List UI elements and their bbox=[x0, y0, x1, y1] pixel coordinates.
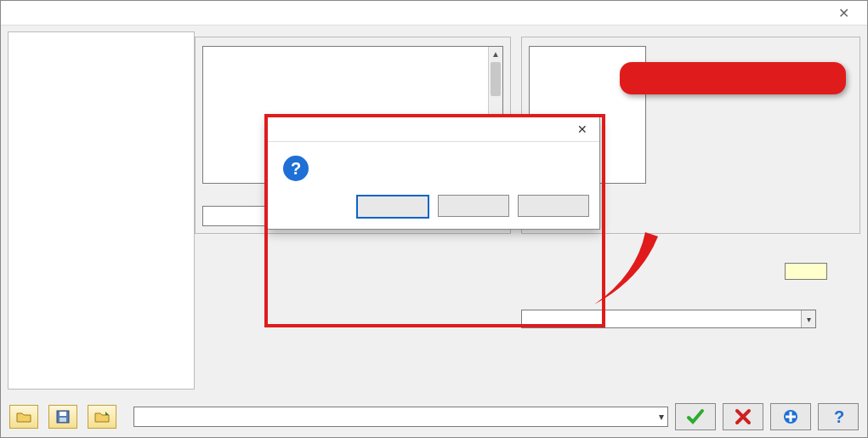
cancel-button[interactable] bbox=[723, 403, 763, 430]
dialog-no-button[interactable] bbox=[438, 195, 509, 217]
scroll-thumb[interactable] bbox=[491, 62, 501, 96]
category-tree[interactable] bbox=[8, 31, 195, 390]
chevron-down-icon[interactable]: ▾ bbox=[659, 407, 664, 426]
footer-bar: ▾ ? bbox=[1, 396, 867, 437]
save-as-button[interactable] bbox=[88, 405, 116, 429]
current-config-path[interactable]: ▾ bbox=[133, 407, 668, 427]
system-config-window: ✕ ▲ ▼ bbox=[0, 0, 868, 438]
help-button[interactable]: ? bbox=[818, 403, 859, 430]
dialog-cancel-button[interactable] bbox=[518, 195, 589, 217]
dialog-titlebar: ✕ bbox=[268, 117, 599, 142]
chevron-down-icon[interactable]: ▾ bbox=[801, 310, 815, 327]
svg-rect-1 bbox=[60, 412, 66, 416]
mru-field[interactable] bbox=[785, 263, 827, 280]
close-icon[interactable]: ✕ bbox=[826, 1, 860, 25]
dialog-yes-button[interactable] bbox=[356, 195, 429, 219]
ok-button[interactable] bbox=[675, 403, 716, 430]
open-folder-button[interactable] bbox=[9, 405, 38, 429]
annotation-callout bbox=[620, 62, 846, 94]
callout-tail-icon bbox=[594, 232, 662, 309]
titlebar: ✕ bbox=[1, 1, 867, 26]
svg-rect-2 bbox=[60, 418, 66, 422]
save-button[interactable] bbox=[48, 405, 77, 429]
svg-rect-5 bbox=[786, 416, 796, 418]
question-icon: ? bbox=[283, 156, 309, 181]
apply-button[interactable] bbox=[770, 403, 811, 430]
svg-text:?: ? bbox=[834, 407, 844, 426]
copy-files-dialog: ✕ ? bbox=[267, 117, 600, 230]
file-filter-combo[interactable]: ▾ bbox=[521, 310, 816, 328]
dialog-close-icon[interactable]: ✕ bbox=[572, 122, 593, 136]
scroll-up-icon[interactable]: ▲ bbox=[489, 47, 502, 60]
